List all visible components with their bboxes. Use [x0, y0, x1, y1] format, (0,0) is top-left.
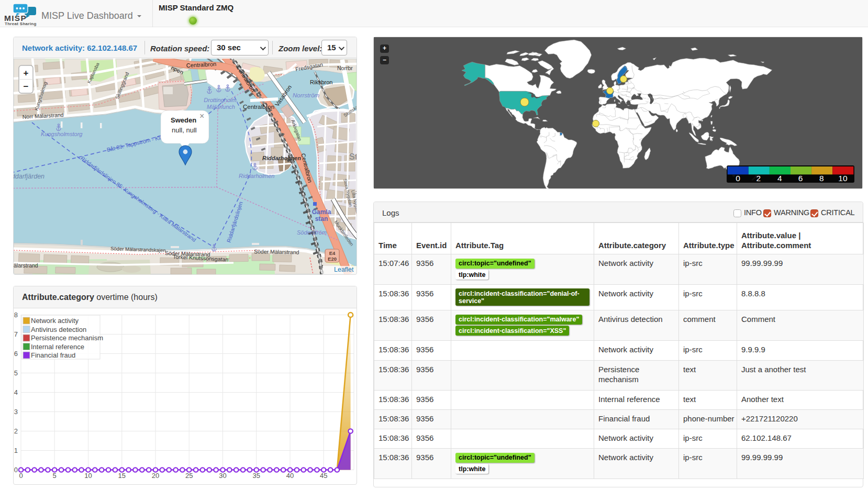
svg-text:Network activity: Network activity — [31, 317, 79, 325]
svg-text:8: 8 — [14, 311, 18, 319]
svg-text:2: 2 — [14, 427, 18, 435]
svg-text:−: − — [24, 82, 29, 92]
svg-text:0: 0 — [736, 174, 740, 183]
svg-text:6: 6 — [14, 350, 18, 358]
svg-text:Drottingholm,: Drottingholm, — [204, 97, 238, 103]
svg-text:Riksbron: Riksbron — [310, 79, 332, 85]
svg-text:4: 4 — [14, 388, 18, 396]
svg-text:1: 1 — [14, 447, 18, 454]
svg-text:St: St — [349, 152, 357, 161]
svg-text:10: 10 — [838, 174, 848, 183]
svg-text:Financial fraud: Financial fraud — [31, 351, 75, 359]
svg-text:Antivirus detection: Antivirus detection — [31, 326, 86, 333]
svg-text:Gamla: Gamla — [312, 208, 331, 216]
svg-text:Mälarlunch: Mälarlunch — [207, 104, 235, 110]
svg-text:Centralbron: Centralbron — [243, 104, 274, 110]
svg-text:Internal reference: Internal reference — [31, 343, 84, 351]
svg-text:6: 6 — [798, 174, 803, 183]
svg-text:Norrbr: Norrbr — [337, 65, 353, 71]
svg-text:3: 3 — [14, 408, 18, 416]
svg-text:Riddarholmen: Riddarholmen — [262, 155, 301, 161]
svg-text:null, null: null, null — [172, 126, 197, 134]
svg-text:Kungsholmstorg: Kungsholmstorg — [41, 131, 83, 137]
svg-text:Persistence mechanism: Persistence mechanism — [31, 334, 103, 342]
svg-text:E20: E20 — [328, 256, 337, 262]
svg-text:stan: stan — [315, 215, 328, 222]
svg-text:4: 4 — [777, 174, 782, 183]
svg-text:8: 8 — [819, 174, 824, 183]
svg-text:Riddarholmen: Riddarholmen — [239, 173, 274, 179]
svg-text:+: + — [24, 68, 29, 78]
svg-text:2: 2 — [756, 174, 761, 183]
svg-text:5: 5 — [14, 369, 18, 377]
svg-text:Norrström: Norrström — [293, 92, 320, 98]
svg-text:Söderström: Söderström — [297, 229, 327, 236]
svg-text:E4: E4 — [329, 250, 336, 256]
svg-text:älarstrand: älarstrand — [14, 262, 38, 269]
svg-text:×: × — [199, 112, 204, 120]
svg-text:Sweden: Sweden — [171, 116, 196, 124]
svg-text:7: 7 — [14, 330, 18, 338]
svg-text:Riddarfjärden: Riddarfjärden — [14, 173, 44, 180]
svg-text:Leaflet: Leaflet — [334, 266, 354, 273]
svg-text:Threat Sharing: Threat Sharing — [5, 21, 37, 26]
svg-text:0: 0 — [14, 466, 18, 474]
svg-text:Söder Mälarstrand: Söder Mälarstrand — [254, 248, 299, 255]
